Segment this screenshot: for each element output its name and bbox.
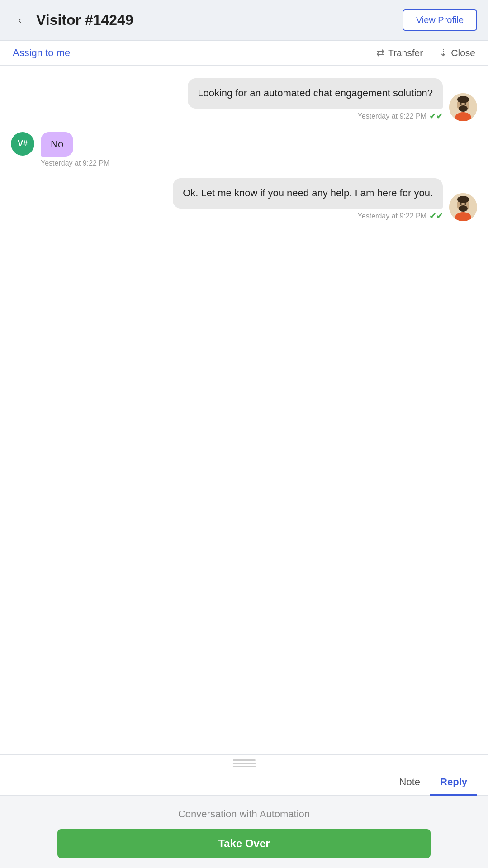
read-receipt-1: ✔✔: [429, 111, 443, 121]
tab-note[interactable]: Note: [389, 770, 430, 795]
close-label: Close: [451, 47, 475, 58]
tab-bar: Note Reply: [0, 770, 488, 796]
visitor-message-text: No: [51, 138, 63, 150]
transfer-label: Transfer: [388, 47, 423, 58]
svg-point-3: [459, 105, 468, 112]
close-icon: ⇣: [439, 47, 447, 59]
tab-reply[interactable]: Reply: [430, 770, 477, 796]
read-receipt-2: ✔✔: [429, 211, 443, 221]
take-over-button[interactable]: Take Over: [57, 829, 431, 858]
back-button[interactable]: ‹: [11, 11, 29, 29]
svg-point-5: [460, 103, 462, 105]
agent-avatar-2: [449, 193, 477, 221]
agent-bubble-wrap-1: Looking for an automated chat engagement…: [188, 78, 443, 121]
assign-to-me-button[interactable]: Assign to me: [13, 47, 376, 59]
agent-avatar-1: [449, 93, 477, 121]
toolbar: Assign to me ⇄ Transfer ⇣ Close: [0, 41, 488, 66]
drag-line-1: [233, 759, 256, 761]
agent-message-text-2: Ok. Let me know if you need any help. I …: [183, 187, 433, 199]
visitor-bubble-wrap: No Yesterday at 9:22 PM: [41, 132, 109, 167]
agent-message-text-1: Looking for an automated chat engagement…: [198, 87, 433, 99]
close-action[interactable]: ⇣ Close: [439, 47, 475, 59]
agent-message-time-2: Yesterday at 9:22 PM: [358, 212, 426, 220]
toolbar-actions: ⇄ Transfer ⇣ Close: [376, 47, 475, 59]
agent-message-time-1: Yesterday at 9:22 PM: [358, 112, 426, 120]
automation-banner: Conversation with Automation Take Over: [0, 796, 488, 868]
visitor-title: Visitor #14249: [36, 12, 133, 28]
back-icon: ‹: [18, 14, 21, 26]
drag-handle[interactable]: [0, 755, 488, 770]
bottom-area: Note Reply Conversation with Automation …: [0, 754, 488, 868]
visitor-message-meta: Yesterday at 9:22 PM: [41, 159, 109, 167]
agent-message-meta-2: Yesterday at 9:22 PM ✔✔: [358, 211, 443, 221]
header-left: ‹ Visitor #14249: [11, 11, 133, 29]
drag-lines: [233, 759, 256, 767]
visitor-bubble: No: [41, 132, 73, 157]
transfer-action[interactable]: ⇄ Transfer: [376, 47, 423, 59]
svg-point-12: [460, 203, 462, 205]
svg-point-6: [464, 103, 466, 105]
svg-point-4: [457, 96, 469, 103]
transfer-icon: ⇄: [376, 47, 384, 59]
visitor-avatar-initials: V#: [18, 139, 28, 148]
message-agent-2: Ok. Let me know if you need any help. I …: [11, 178, 477, 221]
visitor-message-time: Yesterday at 9:22 PM: [41, 159, 109, 167]
chat-area: Looking for an automated chat engagement…: [0, 66, 488, 754]
drag-line-3: [233, 766, 256, 767]
agent-avatar-svg-2: [449, 193, 477, 221]
header: ‹ Visitor #14249 View Profile: [0, 0, 488, 41]
agent-bubble-wrap-2: Ok. Let me know if you need any help. I …: [173, 178, 443, 221]
agent-message-meta-1: Yesterday at 9:22 PM ✔✔: [358, 111, 443, 121]
view-profile-button[interactable]: View Profile: [403, 9, 477, 31]
message-visitor-1: V# No Yesterday at 9:22 PM: [11, 132, 477, 167]
visitor-avatar: V#: [11, 132, 34, 156]
svg-point-13: [464, 203, 466, 205]
automation-text: Conversation with Automation: [178, 808, 310, 820]
agent-bubble-2: Ok. Let me know if you need any help. I …: [173, 178, 443, 209]
message-agent-1: Looking for an automated chat engagement…: [11, 78, 477, 121]
agent-avatar-svg-1: [449, 93, 477, 121]
agent-bubble-1: Looking for an automated chat engagement…: [188, 78, 443, 109]
drag-line-2: [233, 763, 256, 764]
svg-point-11: [457, 196, 469, 203]
svg-point-10: [459, 205, 468, 212]
